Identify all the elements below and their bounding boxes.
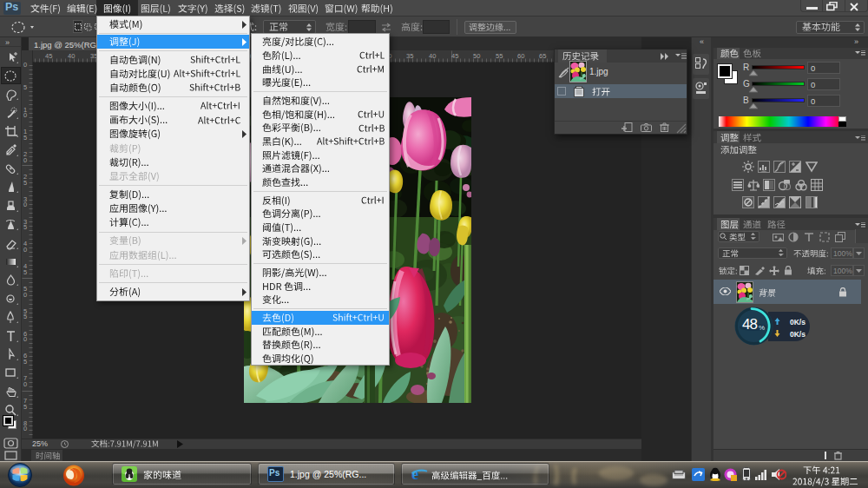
- svg-text:e: e: [411, 465, 418, 483]
